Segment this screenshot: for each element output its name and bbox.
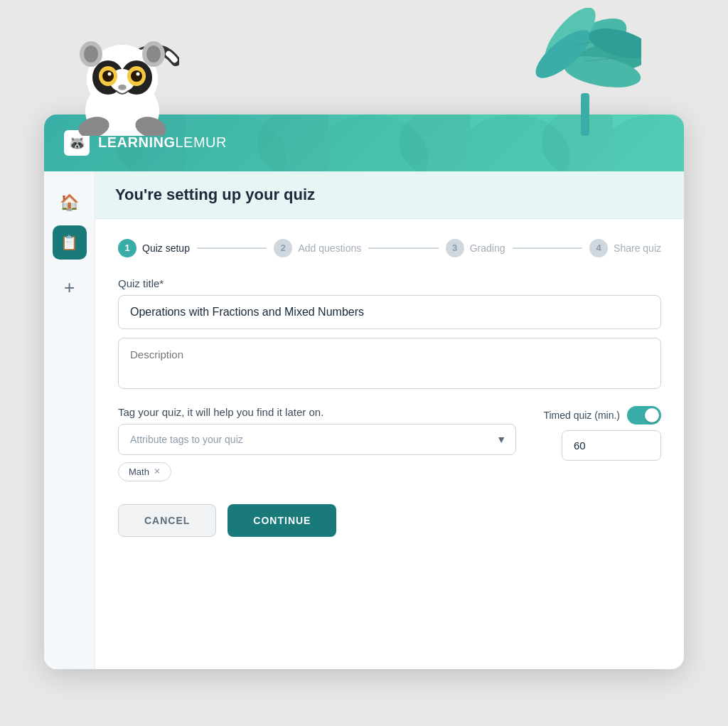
svg-point-1	[87, 45, 158, 113]
home-icon: 🏠	[60, 193, 79, 212]
tag-badge-math[interactable]: Math ✕	[118, 462, 171, 481]
svg-line-26	[584, 56, 634, 61]
sidebar-item-home[interactable]: 🏠	[53, 186, 87, 220]
timed-value-input[interactable]	[562, 430, 661, 461]
add-icon: +	[64, 277, 75, 299]
step-4-circle: 4	[589, 239, 608, 257]
sidebar-item-add[interactable]: +	[53, 271, 87, 305]
quiz-title-input[interactable]	[118, 295, 661, 329]
svg-point-13	[80, 41, 102, 67]
stepper: 1 Quiz setup 2 Add questions	[118, 239, 661, 257]
step-2-label: Add questions	[298, 242, 361, 254]
quiz-title-label: Quiz title*	[118, 277, 661, 289]
timed-label-row: Timed quiz (min.)	[543, 406, 661, 425]
document-icon: 📋	[60, 234, 78, 251]
logo-text: LEARNINGLEMUR	[98, 134, 227, 151]
page-title-bar: You're setting up your quiz	[95, 171, 684, 219]
timed-label-text: Timed quiz (min.)	[543, 410, 620, 421]
step-line-3	[513, 247, 583, 249]
timed-section: Timed quiz (min.)	[533, 406, 661, 461]
buttons-row: CANCEL CONTINUE	[118, 504, 661, 537]
svg-point-20	[568, 34, 641, 80]
continue-button[interactable]: CONTINUE	[228, 504, 336, 537]
svg-point-14	[84, 46, 98, 63]
svg-point-10	[136, 72, 140, 75]
svg-point-11	[118, 85, 127, 90]
svg-point-6	[127, 66, 146, 86]
svg-line-25	[577, 38, 616, 45]
svg-point-23	[529, 22, 598, 85]
timed-toggle[interactable]	[627, 406, 661, 425]
svg-point-15	[142, 41, 165, 67]
svg-point-5	[99, 66, 117, 86]
step-line-2	[368, 247, 439, 249]
step-2: 2 Add questions	[274, 239, 361, 257]
step-3-circle: 3	[446, 239, 464, 257]
svg-point-2	[92, 60, 124, 95]
svg-point-8	[131, 70, 142, 82]
svg-point-21	[537, 8, 604, 73]
step-4: 4 Share quiz	[589, 239, 661, 257]
svg-point-3	[121, 60, 152, 95]
svg-point-16	[146, 46, 161, 63]
svg-point-7	[102, 70, 114, 82]
step-3-label: Grading	[470, 242, 505, 254]
svg-point-22	[561, 50, 641, 92]
logo-icon: 🦝	[64, 130, 90, 156]
tag-label: Tag your quiz, it will help you find it …	[118, 406, 516, 418]
tag-section: Tag your quiz, it will help you find it …	[118, 406, 516, 481]
header-bar: 🦝 LEARNINGLEMUR	[44, 114, 684, 171]
tag-dropdown-wrapper: Attribute tags to your quiz Math Science…	[118, 424, 516, 455]
app-wrapper: 🦝 LEARNINGLEMUR 🏠 📋 +	[0, 0, 728, 726]
tag-timed-row: Tag your quiz, it will help you find it …	[118, 406, 661, 481]
modal-container: 🦝 LEARNINGLEMUR 🏠 📋 +	[44, 114, 684, 669]
step-3: 3 Grading	[446, 239, 505, 257]
content-area: You're setting up your quiz 1 Quiz setup	[95, 171, 684, 669]
page-title: You're setting up your quiz	[115, 186, 664, 204]
svg-point-24	[586, 22, 641, 63]
svg-point-19	[549, 8, 634, 78]
step-1-circle: 1	[118, 239, 136, 257]
logo-emoji: 🦝	[68, 134, 86, 151]
step-1-label: Quiz setup	[142, 242, 190, 254]
sidebar: 🏠 📋 +	[44, 171, 95, 669]
modal-body: 🏠 📋 + You're setting up your quiz	[44, 171, 684, 669]
svg-point-9	[108, 72, 112, 75]
tag-dropdown[interactable]: Attribute tags to your quiz Math Science…	[118, 424, 516, 455]
description-textarea[interactable]	[118, 338, 661, 389]
svg-point-4	[109, 69, 135, 92]
cancel-button[interactable]: CANCEL	[118, 504, 216, 537]
content-inner: 1 Quiz setup 2 Add questions	[95, 219, 684, 669]
svg-point-12	[119, 85, 126, 89]
step-2-circle: 2	[274, 239, 292, 257]
tag-remove-icon[interactable]: ✕	[154, 466, 161, 476]
step-4-label: Share quiz	[614, 242, 661, 254]
toggle-knob	[645, 408, 659, 422]
step-1: 1 Quiz setup	[118, 239, 190, 257]
step-line-1	[197, 247, 267, 249]
sidebar-item-document[interactable]: 📋	[53, 225, 87, 260]
